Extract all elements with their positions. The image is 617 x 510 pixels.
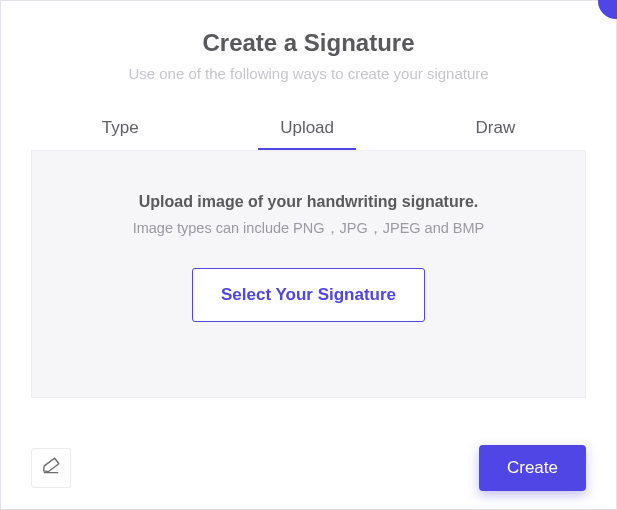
eraser-button[interactable] bbox=[31, 448, 71, 488]
modal-footer: Create bbox=[31, 445, 586, 491]
tab-type[interactable]: Type bbox=[80, 110, 161, 150]
select-signature-button[interactable]: Select Your Signature bbox=[192, 268, 425, 322]
tab-bar: Type Upload Draw bbox=[31, 110, 586, 150]
eraser-icon bbox=[41, 456, 61, 480]
create-button[interactable]: Create bbox=[479, 445, 586, 491]
signature-modal: Create a Signature Use one of the follow… bbox=[0, 0, 617, 510]
modal-header: Create a Signature Use one of the follow… bbox=[1, 1, 616, 82]
upload-panel: Upload image of your handwriting signatu… bbox=[31, 150, 586, 398]
tab-draw[interactable]: Draw bbox=[454, 110, 538, 150]
upload-headline: Upload image of your handwriting signatu… bbox=[52, 193, 565, 211]
modal-title: Create a Signature bbox=[21, 29, 596, 57]
upload-subtext: Image types can include PNG，JPG，JPEG and… bbox=[52, 219, 565, 238]
tab-upload[interactable]: Upload bbox=[258, 110, 356, 150]
modal-subtitle: Use one of the following ways to create … bbox=[21, 65, 596, 82]
